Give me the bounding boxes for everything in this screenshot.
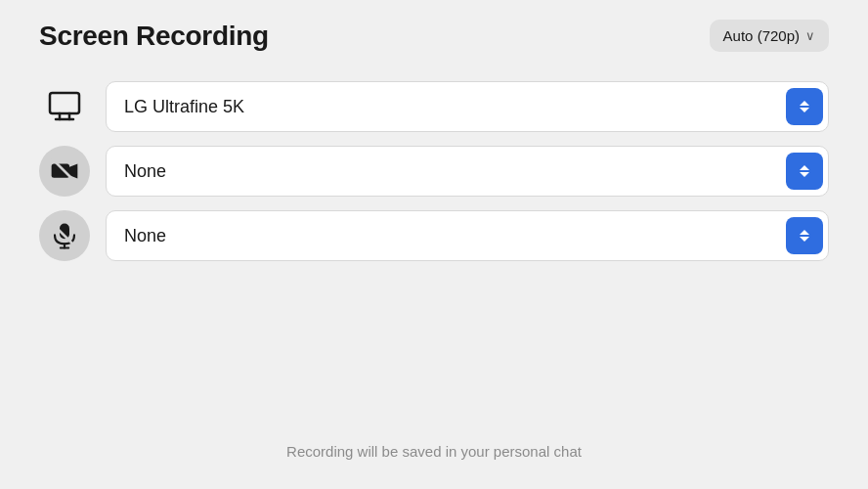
display-select[interactable]: LG Ultrafine 5K (106, 81, 829, 132)
display-select-button[interactable] (786, 88, 823, 125)
page-title: Screen Recording (39, 21, 269, 52)
arrow-down-icon (800, 172, 809, 177)
camera-row: None (39, 146, 829, 197)
camera-select-wrapper: None (106, 146, 829, 197)
quality-dropdown[interactable]: Auto (720p) ∨ (710, 20, 829, 52)
device-rows: LG Ultrafine 5K None (39, 81, 829, 427)
arrow-down-icon (800, 108, 809, 112)
svg-rect-0 (50, 93, 79, 113)
microphone-row: None (39, 210, 829, 261)
arrow-up-icon (800, 101, 809, 106)
microphone-select-button[interactable] (786, 217, 823, 254)
microphone-select-wrapper: None (106, 210, 829, 261)
screen-recording-panel: Screen Recording Auto (720p) ∨ LG Ultraf… (0, 0, 868, 489)
header: Screen Recording Auto (720p) ∨ (39, 20, 829, 52)
arrow-down-icon (800, 237, 809, 242)
camera-select-button[interactable] (786, 153, 823, 190)
monitor-icon (39, 81, 90, 132)
arrow-up-icon (800, 165, 809, 170)
camera-off-icon (39, 146, 90, 197)
footer-text: Recording will be saved in your personal… (39, 427, 829, 469)
arrow-up-icon (800, 230, 809, 235)
display-select-wrapper: LG Ultrafine 5K (106, 81, 829, 132)
microphone-select[interactable]: None (106, 210, 829, 261)
quality-label: Auto (720p) (723, 27, 800, 44)
camera-select[interactable]: None (106, 146, 829, 197)
display-row: LG Ultrafine 5K (39, 81, 829, 132)
mic-off-icon (39, 210, 90, 261)
chevron-down-icon: ∨ (805, 28, 815, 43)
